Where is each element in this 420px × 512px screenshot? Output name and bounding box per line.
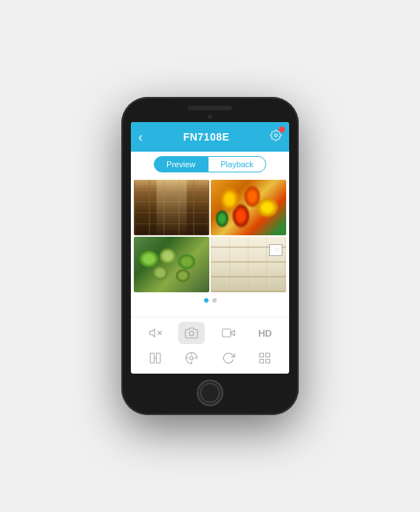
svg-point-4 — [189, 331, 194, 336]
grid-icon — [258, 351, 271, 365]
digital-zoom-button[interactable] — [142, 347, 169, 369]
hd-button[interactable]: HD — [251, 322, 278, 344]
svg-point-10 — [190, 357, 194, 360]
record-button[interactable] — [215, 322, 242, 344]
dot-1 — [204, 298, 209, 303]
back-button[interactable]: ‹ — [138, 130, 143, 144]
mute-button[interactable] — [142, 322, 169, 344]
rotate-button[interactable] — [215, 347, 242, 369]
settings-button[interactable] — [270, 129, 282, 144]
camera-grid: 19 — [131, 177, 289, 295]
svg-rect-13 — [260, 360, 264, 363]
settings-notification-badge — [279, 127, 285, 132]
digital-zoom-icon — [149, 351, 162, 365]
camera-cell-2[interactable] — [211, 180, 286, 235]
ptz-button[interactable] — [178, 347, 205, 369]
price-tag: 19 — [271, 246, 282, 254]
svg-rect-14 — [266, 360, 270, 363]
svg-marker-5 — [231, 330, 234, 336]
phone-home-button[interactable] — [197, 380, 223, 406]
page-dots — [131, 295, 289, 306]
mute-icon — [149, 326, 162, 340]
scene: ‹ FN7108E Preview Playback — [0, 0, 420, 512]
snapshot-button[interactable] — [178, 322, 205, 344]
phone-frame: ‹ FN7108E Preview Playback — [121, 97, 299, 415]
svg-rect-11 — [260, 353, 264, 357]
svg-rect-12 — [266, 353, 270, 357]
toolbar-row-1: HD — [137, 322, 283, 344]
camera-cell-1[interactable] — [134, 180, 209, 235]
rotate-icon — [222, 351, 235, 365]
svg-marker-1 — [149, 329, 155, 337]
toolbar-row-2 — [137, 347, 283, 369]
multiview-button[interactable] — [251, 347, 278, 369]
svg-rect-6 — [223, 329, 231, 337]
camera-cell-3[interactable] — [134, 237, 209, 292]
phone-home-inner — [200, 383, 220, 402]
tab-preview[interactable]: Preview — [154, 156, 208, 172]
video-icon — [222, 326, 235, 340]
ptz-icon — [185, 351, 198, 365]
svg-rect-7 — [150, 353, 154, 363]
svg-point-0 — [274, 134, 277, 137]
camera-icon — [185, 326, 198, 340]
camera-cell-4[interactable]: 19 — [211, 237, 286, 292]
tab-playback[interactable]: Playback — [208, 156, 266, 172]
phone-screen: ‹ FN7108E Preview Playback — [131, 122, 289, 374]
phone-speaker — [188, 106, 232, 110]
svg-rect-8 — [156, 353, 160, 363]
content-area — [131, 306, 289, 317]
phone-camera — [208, 115, 212, 119]
bottom-toolbar: HD — [131, 317, 289, 374]
screen-header: ‹ FN7108E — [131, 122, 289, 152]
header-title: FN7108E — [183, 131, 230, 143]
dot-2 — [212, 298, 217, 303]
hd-icon: HD — [258, 329, 271, 338]
tab-bar: Preview Playback — [131, 152, 289, 177]
